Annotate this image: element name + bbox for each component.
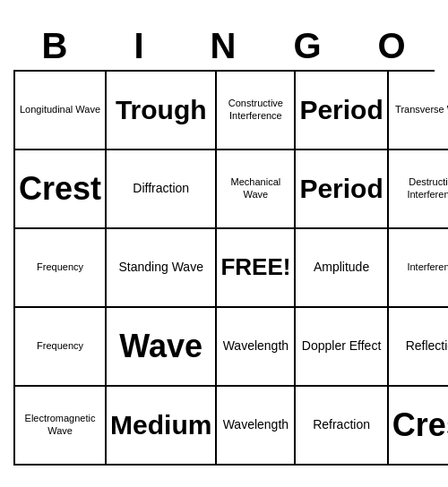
bingo-cell: Standing Wave — [107, 229, 217, 308]
cell-text: Refraction — [313, 417, 370, 432]
cell-text: Diffraction — [133, 181, 189, 196]
cell-text: Reflection — [406, 338, 448, 354]
bingo-cell: Transverse Wave — [389, 72, 448, 150]
cell-text: Transverse Wave — [395, 104, 448, 115]
bingo-cell: Destructive Interference — [389, 150, 448, 229]
bingo-cell: Period — [296, 72, 388, 150]
cell-text: Crest — [392, 406, 448, 444]
cell-text: Constructive Interference — [220, 98, 290, 121]
bingo-header: BINGO — [13, 22, 435, 70]
cell-text: Doppler Effect — [302, 338, 381, 354]
bingo-cell: Frequency — [15, 308, 107, 387]
header-letter: B — [13, 22, 98, 70]
cell-text: Mechanical Wave — [220, 176, 290, 200]
bingo-cell: Crest — [389, 387, 448, 466]
cell-text: Period — [299, 94, 383, 126]
cell-text: Frequency — [37, 261, 83, 273]
cell-text: Trough — [116, 94, 207, 126]
bingo-cell: Period — [296, 150, 388, 229]
header-letter: I — [98, 22, 182, 70]
bingo-cell: Crest — [15, 150, 107, 229]
cell-text: Destructive Interference — [392, 176, 448, 200]
bingo-cell: Trough — [107, 72, 217, 150]
cell-text: Wave — [119, 327, 202, 365]
bingo-cell: Mechanical Wave — [217, 150, 296, 229]
cell-text: Frequency — [37, 340, 83, 352]
bingo-cell: Doppler Effect — [296, 308, 388, 387]
cell-text: Amplitude — [314, 260, 369, 275]
header-letter: N — [182, 22, 266, 70]
cell-text: Wavelength — [223, 338, 289, 354]
bingo-cell: Wavelength — [217, 308, 296, 387]
cell-text: Standing Wave — [119, 260, 203, 275]
cell-text: Crest — [19, 169, 101, 208]
bingo-cell: Wave — [107, 308, 217, 387]
bingo-cell: Medium — [107, 387, 217, 466]
bingo-cell: Constructive Interference — [217, 72, 296, 150]
bingo-cell: Interference — [389, 229, 448, 308]
cell-text: Wavelength — [223, 417, 289, 432]
cell-text: Period — [299, 173, 383, 205]
bingo-cell: Reflection — [389, 308, 448, 387]
bingo-cell: Wavelength — [217, 387, 296, 466]
bingo-cell: FREE! — [217, 229, 296, 308]
header-letter: O — [350, 22, 435, 70]
bingo-cell: Refraction — [296, 387, 388, 466]
bingo-grid: Longitudinal WaveTroughConstructive Inte… — [13, 70, 435, 466]
bingo-cell: Longitudinal Wave — [15, 72, 107, 150]
cell-text: Longitudinal Wave — [20, 104, 100, 115]
cell-text: FREE! — [220, 253, 290, 281]
bingo-cell: Amplitude — [296, 229, 388, 308]
cell-text: Interference — [407, 261, 448, 273]
bingo-card: BINGO Longitudinal WaveTroughConstructiv… — [13, 22, 435, 466]
bingo-cell: Electromagnetic Wave — [15, 387, 107, 466]
cell-text: Electromagnetic Wave — [19, 413, 101, 436]
header-letter: G — [266, 22, 350, 70]
cell-text: Medium — [110, 409, 211, 441]
bingo-cell: Frequency — [15, 229, 107, 308]
bingo-cell: Diffraction — [107, 150, 217, 229]
